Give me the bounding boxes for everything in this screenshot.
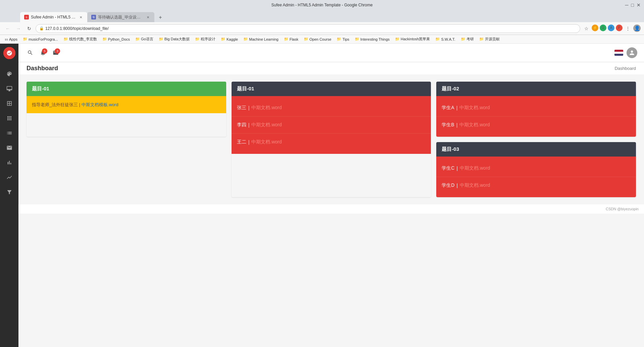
tab-close-1[interactable]: ✕ [79, 15, 83, 19]
card-body-2: 张三 | 中期文档.word 李四 | 中期文档.word 王二 | [232, 96, 431, 154]
profile-avatar[interactable]: 👤 [633, 25, 641, 32]
folder-icon-hackintosh: 📁 [395, 37, 400, 41]
student-link-b[interactable]: 中期文档.word [459, 122, 490, 128]
folder-icon-golang: 📁 [135, 37, 140, 41]
sidebar-logo[interactable]: S [3, 47, 15, 59]
close-icon[interactable]: ✕ [637, 2, 641, 8]
breadcrumb-bar: Dashboard Dashboard [18, 62, 644, 75]
tab-inactive[interactable]: 等 等待确认选题_毕业设计系统 ✕ [87, 12, 154, 22]
bookmark-opencourse[interactable]: 📁 Open Course [302, 36, 333, 42]
student-name-lisi: 李四 [237, 122, 246, 128]
student-link-c[interactable]: 中期文档.word [460, 165, 490, 171]
student-name-d: 学生D [442, 182, 454, 188]
address-input[interactable]: 🔒 127.0.0.1:8000/topic/download_file/ [36, 24, 580, 33]
card-topic-01-students: 题目-01 张三 | 中期文档.word 李四 | 中期文档.word [232, 82, 431, 197]
tab-favicon-2: 等 [91, 15, 96, 19]
user-avatar[interactable] [627, 47, 637, 58]
card-title-1: 题目-01 [32, 86, 49, 91]
bookmark-ml[interactable]: 📁 Machine Learning [241, 36, 280, 42]
forward-button[interactable]: → [14, 24, 23, 33]
card-body-1: 指导老师_法外狂徒张三 | 中斯文档模板.word [27, 96, 226, 113]
sidebar-item-palette[interactable] [3, 67, 16, 81]
cards-grid: 题目-01 指导老师_法外狂徒张三 | 中斯文档模板.word 题目-01 [27, 82, 636, 197]
sidebar-item-chart-area[interactable] [3, 171, 16, 184]
student-link-wanger[interactable]: 中期文档.word [251, 139, 282, 145]
student-item-zhangsan: 张三 | 中期文档.word [232, 99, 431, 117]
bookmark-swat[interactable]: 📁 S.W.A.T. [433, 36, 457, 42]
bookmark-interesting[interactable]: 📁 Interesting Things [353, 36, 392, 42]
folder-icon-python: 📁 [102, 37, 107, 41]
card-topic-02: 题目-02 学生A | 中期文档.word 学生B | 中期文档.word [436, 82, 636, 137]
bookmark-golang[interactable]: 📁 Go语言 [133, 36, 155, 42]
tab-close-2[interactable]: ✕ [146, 15, 150, 19]
page-title: Dashboard [27, 65, 58, 72]
top-bar: 5 3 [18, 44, 644, 62]
card-header-2: 题目-01 [232, 82, 431, 96]
student-item-c: 学生C | 中期文档.word [436, 160, 636, 177]
back-button[interactable]: ← [3, 24, 12, 33]
bookmark-flask[interactable]: 📁 Flask [282, 36, 300, 42]
student-item-b: 学生B | 中期文档.word [436, 117, 636, 133]
student-link-lisi[interactable]: 中期文档.word [251, 122, 282, 128]
maximize-icon[interactable]: □ [631, 2, 634, 8]
reload-button[interactable]: ↻ [25, 24, 34, 33]
bookmark-linear-algebra[interactable]: 📁 线性代数_李宏数 [61, 36, 99, 42]
bookmark-apps[interactable]: ⚏ Apps [3, 36, 19, 42]
folder-icon-linear: 📁 [63, 37, 68, 41]
extension-icon-5[interactable]: ⋮ [624, 25, 632, 33]
bookmark-star-icon[interactable]: ☆ [582, 25, 590, 33]
bookmark-kaggle[interactable]: 📁 Kaggle [219, 36, 240, 42]
address-bar-icons: ☆ ⚡ G A P ⋮ 👤 [582, 25, 641, 33]
folder-icon-music: 📁 [23, 37, 28, 41]
extension-icon-4[interactable]: P [616, 25, 623, 31]
bookmark-tips[interactable]: 📁 Tips [335, 36, 351, 42]
breadcrumb-path: Dashboard [614, 66, 636, 71]
sidebar-item-desktop[interactable] [3, 82, 16, 95]
card-header-3: 题目-02 [436, 82, 636, 96]
main-content: 5 3 Dashboard Dashboard [18, 44, 644, 347]
student-item-lisi: 李四 | 中期文档.word [232, 117, 431, 134]
bookmark-opensource[interactable]: 📁 开源贡献 [477, 36, 502, 42]
bookmark-hackintosh[interactable]: 📁 Hackintosh黑苹果 [393, 36, 432, 42]
folder-icon-prog: 📁 [195, 37, 200, 41]
sidebar-item-apps[interactable] [3, 112, 16, 125]
folder-icon-tips: 📁 [337, 37, 341, 41]
folder-icon-flask: 📁 [284, 37, 289, 41]
extension-icon-2[interactable]: G [600, 25, 606, 31]
top-bar-left: 5 3 [25, 48, 61, 58]
folder-icon-ml: 📁 [243, 37, 248, 41]
student-link-a[interactable]: 中期文档.word [459, 105, 490, 111]
language-flag[interactable] [614, 50, 623, 56]
sidebar-item-table[interactable] [3, 97, 16, 110]
search-button[interactable] [25, 48, 35, 58]
bookmark-kaoyan[interactable]: 📁 考研 [459, 36, 476, 42]
student-link-zhangsan[interactable]: 中期文档.word [251, 105, 282, 111]
card-body-3: 学生A | 中期文档.word 学生B | 中期文档.word [436, 96, 636, 137]
apps-icon: ⚏ [5, 37, 8, 41]
notifications-button[interactable]: 5 [38, 48, 48, 58]
extension-icon-3[interactable]: A [608, 25, 614, 31]
bookmarks-bar: ⚏ Apps 📁 musicForProgra... 📁 线性代数_李宏数 📁 … [0, 35, 644, 44]
sidebar-item-filter[interactable] [3, 185, 16, 199]
bookmark-programming[interactable]: 📁 程序设计 [193, 36, 217, 42]
template-link[interactable]: 中斯文档模板.word [82, 102, 118, 107]
bookmark-python-docs[interactable]: 📁 Python_Docs [100, 36, 132, 42]
bookmark-bigdata[interactable]: 📁 Big Data大数据 [157, 36, 192, 42]
page-footer: CSDN @biyezuopin [18, 204, 644, 214]
sidebar-item-mail[interactable] [3, 141, 16, 155]
sidebar-item-chart-bar[interactable] [3, 156, 16, 169]
student-link-d[interactable]: 中期文档.word [460, 182, 490, 188]
add-tab-button[interactable]: + [156, 13, 165, 22]
address-bar: ← → ↻ 🔒 127.0.0.1:8000/topic/download_fi… [0, 22, 644, 35]
bookmark-music[interactable]: 📁 musicForProgra... [21, 36, 60, 42]
messages-button[interactable]: 3 [51, 48, 61, 58]
folder-icon-swat: 📁 [435, 37, 440, 41]
minimize-icon[interactable]: ─ [625, 2, 629, 8]
card-body-4: 学生C | 中期文档.word 学生D | 中期文档.word [436, 157, 636, 197]
student-name-wanger: 王二 [237, 139, 246, 145]
sidebar-item-list[interactable] [3, 126, 16, 140]
folder-icon-opensource: 📁 [479, 37, 484, 41]
card-header-1: 题目-01 [27, 82, 226, 96]
tab-active[interactable]: S Sufee Admin - HTML5 Admin... ✕ [20, 12, 87, 22]
extension-icon-1[interactable]: ⚡ [592, 25, 598, 31]
